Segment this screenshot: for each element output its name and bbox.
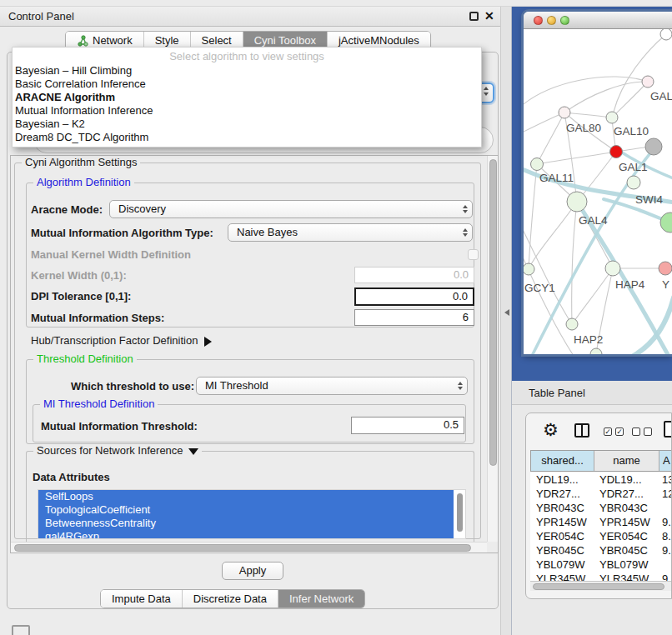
network-node[interactable] <box>567 192 587 212</box>
network-node[interactable] <box>524 263 534 275</box>
network-node[interactable] <box>531 158 544 171</box>
algorithm-menu-item[interactable]: Bayesian – K2 <box>13 118 481 131</box>
mi-algorithm-type-combo[interactable]: Naive Bayes <box>228 223 473 242</box>
zoom-traffic-light-icon[interactable] <box>560 16 569 25</box>
table-horizontal-scrollbar[interactable] <box>530 581 672 591</box>
column-header-partial[interactable]: A <box>659 451 672 471</box>
network-canvas[interactable]: GALGAL80GAL10GAL1GAL11SWI4GAL4GCY1HAP4YH… <box>524 29 672 354</box>
network-node[interactable] <box>606 112 618 123</box>
table-cell: YPR145W <box>530 515 594 529</box>
mi-threshold-field[interactable]: 0.5 <box>351 417 464 434</box>
network-node-label: GAL1 <box>619 161 648 173</box>
network-node[interactable] <box>660 29 672 40</box>
tab-infer-network[interactable]: Infer Network <box>278 590 364 608</box>
cyni-algorithm-settings-title: Cyni Algorithm Settings <box>22 156 140 168</box>
bottom-tabbar: Impute Data Discretize Data Infer Networ… <box>100 589 365 608</box>
network-node[interactable] <box>645 138 662 155</box>
table-cell: YBR043C <box>594 501 659 515</box>
network-node-label: SWI4 <box>635 193 663 206</box>
which-threshold-label: Which threshold to use: <box>71 380 194 392</box>
network-node[interactable] <box>627 176 640 189</box>
expand-right-icon <box>204 337 212 347</box>
minimized-panel-icon[interactable] <box>12 625 30 635</box>
manual-kernel-width-checkbox[interactable] <box>468 249 479 260</box>
splitter-collapse-icon[interactable] <box>504 309 509 316</box>
algorithm-menu-item[interactable]: Mutual Information Inference <box>13 104 481 118</box>
network-node-label: Y <box>662 278 669 291</box>
network-node[interactable] <box>642 76 654 88</box>
network-node[interactable] <box>610 146 623 158</box>
close-traffic-light-icon[interactable] <box>534 16 543 25</box>
document-icon[interactable] <box>664 421 672 438</box>
network-node[interactable] <box>559 107 570 118</box>
settings-horizontal-scrollbar[interactable] <box>11 542 487 552</box>
mi-steps-field[interactable]: 6 <box>354 309 474 326</box>
table-row[interactable]: YER054CYER054C8. <box>530 529 672 543</box>
data-attribute-item[interactable]: gal4RGexp <box>38 530 454 539</box>
network-window-titlebar[interactable] <box>524 12 672 29</box>
data-attribute-item[interactable]: BetweennessCentrality <box>38 517 454 530</box>
algorithm-dropdown-placeholder: Select algorithm to view settings <box>13 48 481 64</box>
deselect-all-checkboxes-icon[interactable] <box>632 428 652 436</box>
table-row[interactable]: YLR345WYLR345W9. <box>530 572 672 581</box>
network-node[interactable] <box>566 318 578 330</box>
algorithm-menu-item[interactable]: Bayesian – Hill Climbing <box>13 64 481 78</box>
network-node[interactable] <box>605 261 620 276</box>
hub-definition-section[interactable]: Hub/Transcription Factor Definition <box>31 334 212 347</box>
column-layout-icon[interactable] <box>574 423 589 438</box>
table-row[interactable]: YPR145WYPR145W9. <box>530 515 672 529</box>
table-panel-titlebar: Table Panel <box>512 381 672 405</box>
network-node[interactable] <box>660 212 672 232</box>
close-icon[interactable]: ✕ <box>484 9 494 22</box>
kernel-width-field[interactable]: 0.0 <box>354 267 474 283</box>
table-cell: YBR045C <box>530 543 594 558</box>
table-row[interactable]: YBL079WYBL079W <box>530 558 672 572</box>
table-row[interactable]: YBR043CYBR043C <box>530 501 672 515</box>
table-cell: 9. <box>659 515 672 529</box>
tab-discretize-data[interactable]: Discretize Data <box>182 590 278 608</box>
table-cell: 8. <box>659 529 672 543</box>
which-threshold-combo[interactable]: MI Threshold <box>196 377 468 395</box>
column-header-shared-name[interactable]: shared... <box>531 451 594 471</box>
data-attribute-item[interactable]: SelfLoops <box>38 490 454 503</box>
float-window-icon[interactable] <box>469 12 479 21</box>
data-attribute-item[interactable]: TopologicalCoefficient <box>38 503 454 517</box>
table-cell: YDR27... <box>594 487 659 501</box>
data-attributes-list[interactable]: SelfLoopsTopologicalCoefficientBetweenne… <box>38 489 466 539</box>
dpi-tolerance-field[interactable]: 0.0 <box>354 288 474 306</box>
network-node[interactable] <box>590 348 602 354</box>
threshold-definition-title: Threshold Definition <box>33 352 137 365</box>
vertical-scrollbar-thumb[interactable] <box>489 159 497 466</box>
gear-icon[interactable]: ⚙ <box>543 420 559 440</box>
algorithm-definition-title: Algorithm Definition <box>33 176 134 188</box>
sources-group-title[interactable]: Sources for Network Inference <box>33 444 202 457</box>
algorithm-menu-item[interactable]: Basic Correlation Inference <box>13 78 481 91</box>
aracne-mode-combo[interactable]: Discovery <box>109 200 473 218</box>
manual-kernel-width-label: Manual Kernel Width Definition <box>31 248 191 261</box>
table-cell: 12 <box>659 487 672 501</box>
network-node[interactable] <box>659 262 672 275</box>
network-icon <box>77 35 88 47</box>
network-edge <box>564 82 648 112</box>
minimize-traffic-light-icon[interactable] <box>547 16 556 25</box>
tab-impute-data[interactable]: Impute Data <box>101 590 182 608</box>
table-row[interactable]: YDL19...YDL19...13 <box>530 472 672 487</box>
apply-button[interactable]: Apply <box>222 562 283 580</box>
panel-splitter[interactable] <box>500 7 512 635</box>
network-edge <box>564 112 612 118</box>
table-cell: YER054C <box>594 529 659 543</box>
algorithm-menu-item[interactable]: Dream8 DC_TDC Algorithm <box>13 131 481 144</box>
network-view-window[interactable]: GALGAL80GAL10GAL1GAL11SWI4GAL4GCY1HAP4YH… <box>524 12 672 354</box>
dpi-tolerance-label: DPI Tolerance [0,1]: <box>31 290 131 302</box>
network-edge <box>529 202 577 269</box>
settings-vertical-scrollbar[interactable] <box>487 156 498 542</box>
column-header-name[interactable]: name <box>594 451 659 471</box>
horizontal-scrollbar-thumb[interactable] <box>14 544 471 552</box>
select-all-checkboxes-icon[interactable]: ✓✓ <box>604 428 624 436</box>
table-row[interactable]: YDR27...YDR27...12 <box>530 487 672 501</box>
algorithm-menu-item[interactable]: ARACNE Algorithm <box>13 91 481 104</box>
list-scrollbar-thumb[interactable] <box>457 493 463 532</box>
table-scrollbar-thumb[interactable] <box>533 583 664 590</box>
table-cell: YBL079W <box>530 558 594 572</box>
table-row[interactable]: YBR045CYBR045C9. <box>530 543 672 558</box>
